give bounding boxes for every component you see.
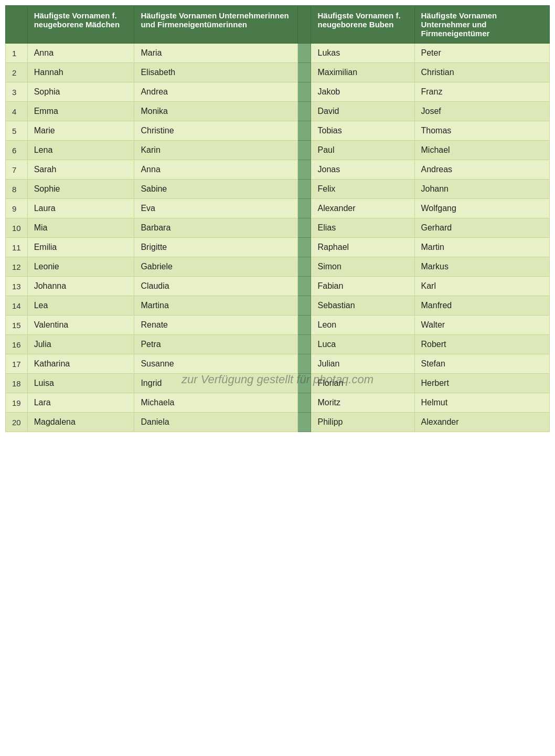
girls-newborn-cell: Sophia xyxy=(27,82,134,102)
girls-business-cell: Barbara xyxy=(134,218,298,238)
separator-cell xyxy=(298,316,311,335)
separator-cell xyxy=(298,218,311,238)
separator-cell xyxy=(298,413,311,432)
girls-business-cell: Michaela xyxy=(134,393,298,413)
separator-cell xyxy=(298,102,311,121)
boys-business-cell: Karl xyxy=(414,277,549,296)
boys-business-cell: Franz xyxy=(414,82,549,102)
boys-business-cell: Alexander xyxy=(414,413,549,432)
girls-business-cell: Eva xyxy=(134,199,298,218)
boys-business-cell: Robert xyxy=(414,335,549,354)
separator-cell xyxy=(298,335,311,354)
table-row: 15ValentinaRenateLeonWalter xyxy=(6,316,550,335)
table-row: 1AnnaMariaLukasPeter xyxy=(6,44,550,63)
girls-newborn-cell: Sarah xyxy=(27,160,134,180)
girls-newborn-cell: Johanna xyxy=(27,277,134,296)
boys-newborn-cell: Elias xyxy=(311,218,414,238)
boys-business-header: Häufigste Vornamen Unternehmer und Firme… xyxy=(414,6,549,44)
rank-cell: 6 xyxy=(6,141,28,160)
girls-newborn-cell: Lara xyxy=(27,393,134,413)
separator-cell xyxy=(298,141,311,160)
girls-business-cell: Sabine xyxy=(134,180,298,199)
table-row: 9LauraEvaAlexanderWolfgang xyxy=(6,199,550,218)
boys-newborn-cell: Sebastian xyxy=(311,296,414,316)
girls-newborn-cell: Lea xyxy=(27,296,134,316)
table-row: 17KatharinaSusanneJulianStefan xyxy=(6,354,550,374)
girls-business-cell: Monika xyxy=(134,102,298,121)
girls-newborn-cell: Sophie xyxy=(27,180,134,199)
rank-cell: 3 xyxy=(6,82,28,102)
boys-newborn-cell: Simon xyxy=(311,257,414,277)
girls-business-cell: Daniela xyxy=(134,413,298,432)
girls-newborn-cell: Laura xyxy=(27,199,134,218)
rank-cell: 2 xyxy=(6,63,28,82)
table-row: 6LenaKarinPaulMichael xyxy=(6,141,550,160)
table-row: 20MagdalenaDanielaPhilippAlexander xyxy=(6,413,550,432)
girls-newborn-cell: Anna xyxy=(27,44,134,63)
boys-business-cell: Christian xyxy=(414,63,549,82)
rank-cell: 16 xyxy=(6,335,28,354)
rank-cell: 13 xyxy=(6,277,28,296)
girls-newborn-cell: Mia xyxy=(27,218,134,238)
table-row: 3SophiaAndreaJakobFranz xyxy=(6,82,550,102)
boys-newborn-cell: Tobias xyxy=(311,121,414,141)
separator-cell xyxy=(298,44,311,63)
names-table: Häufigste Vornamen f. neugeborene Mädche… xyxy=(5,5,550,432)
boys-newborn-cell: Luca xyxy=(311,335,414,354)
girls-newborn-cell: Leonie xyxy=(27,257,134,277)
boys-business-cell: Peter xyxy=(414,44,549,63)
girls-business-cell: Christine xyxy=(134,121,298,141)
rank-cell: 1 xyxy=(6,44,28,63)
table-body: 1AnnaMariaLukasPeter2HannahElisabethMaxi… xyxy=(6,44,550,432)
girls-newborn-cell: Emma xyxy=(27,102,134,121)
boys-newborn-cell: Paul xyxy=(311,141,414,160)
table-row: 18LuisaIngridFlorianHerbert xyxy=(6,374,550,393)
girls-business-cell: Brigitte xyxy=(134,238,298,257)
boys-newborn-header: Häufigste Vornamen f. neugeborene Buben xyxy=(311,6,414,44)
boys-newborn-cell: Florian xyxy=(311,374,414,393)
girls-business-cell: Andrea xyxy=(134,82,298,102)
table-row: 4EmmaMonikaDavidJosef xyxy=(6,102,550,121)
girls-business-cell: Susanne xyxy=(134,354,298,374)
boys-business-cell: Michael xyxy=(414,141,549,160)
boys-business-cell: Helmut xyxy=(414,393,549,413)
girls-newborn-cell: Lena xyxy=(27,141,134,160)
rank-cell: 4 xyxy=(6,102,28,121)
boys-business-cell: Andreas xyxy=(414,160,549,180)
boys-business-cell: Herbert xyxy=(414,374,549,393)
girls-newborn-header: Häufigste Vornamen f. neugeborene Mädche… xyxy=(27,6,134,44)
separator-cell xyxy=(298,63,311,82)
boys-newborn-cell: Alexander xyxy=(311,199,414,218)
table-row: 7SarahAnnaJonasAndreas xyxy=(6,160,550,180)
boys-newborn-cell: Philipp xyxy=(311,413,414,432)
table-row: 11EmiliaBrigitteRaphaelMartin xyxy=(6,238,550,257)
boys-business-cell: Walter xyxy=(414,316,549,335)
table-row: 10MiaBarbaraEliasGerhard xyxy=(6,218,550,238)
girls-business-cell: Ingrid xyxy=(134,374,298,393)
table-row: 5MarieChristineTobiasThomas xyxy=(6,121,550,141)
girls-business-cell: Martina xyxy=(134,296,298,316)
girls-business-cell: Anna xyxy=(134,160,298,180)
rank-cell: 12 xyxy=(6,257,28,277)
rank-cell: 15 xyxy=(6,316,28,335)
separator-cell xyxy=(298,82,311,102)
table-row: 8SophieSabineFelixJohann xyxy=(6,180,550,199)
boys-newborn-cell: Jakob xyxy=(311,82,414,102)
rank-header xyxy=(6,6,28,44)
girls-business-cell: Elisabeth xyxy=(134,63,298,82)
table-row: 2HannahElisabethMaximilianChristian xyxy=(6,63,550,82)
boys-business-cell: Stefan xyxy=(414,354,549,374)
table-row: 14LeaMartinaSebastianManfred xyxy=(6,296,550,316)
table-row: 16JuliaPetraLucaRobert xyxy=(6,335,550,354)
rank-cell: 20 xyxy=(6,413,28,432)
boys-newborn-cell: David xyxy=(311,102,414,121)
girls-newborn-cell: Katharina xyxy=(27,354,134,374)
main-container: Häufigste Vornamen f. neugeborene Mädche… xyxy=(5,5,550,432)
separator-cell xyxy=(298,374,311,393)
boys-business-cell: Johann xyxy=(414,180,549,199)
girls-business-cell: Renate xyxy=(134,316,298,335)
separator-cell xyxy=(298,354,311,374)
rank-cell: 18 xyxy=(6,374,28,393)
separator-cell xyxy=(298,199,311,218)
boys-newborn-cell: Leon xyxy=(311,316,414,335)
